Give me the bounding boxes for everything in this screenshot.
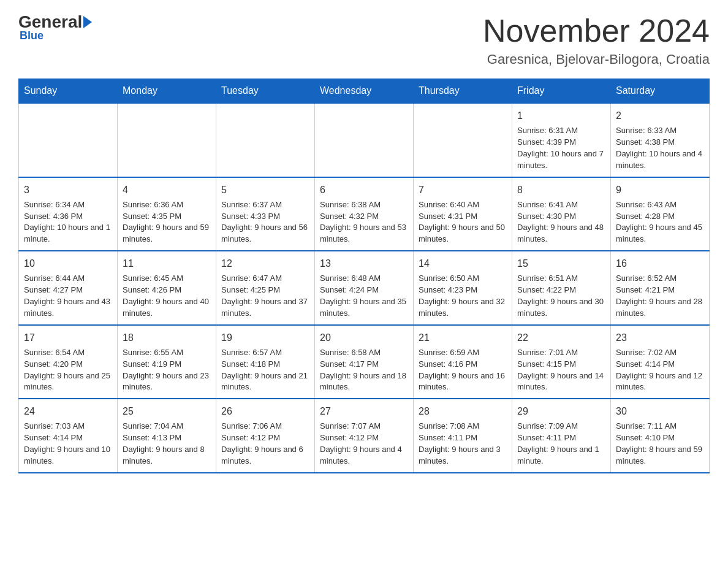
calendar-cell: 28Sunrise: 7:08 AM Sunset: 4:11 PM Dayli… [414, 399, 512, 473]
day-number: 6 [320, 183, 408, 197]
logo-area: General Blue [18, 12, 92, 42]
calendar-cell: 29Sunrise: 7:09 AM Sunset: 4:11 PM Dayli… [512, 399, 611, 473]
day-number: 3 [24, 183, 112, 197]
day-number: 27 [320, 404, 408, 418]
calendar-header-friday: Friday [512, 79, 611, 104]
title-area: November 2024 Garesnica, Bjelovar-Bilogo… [483, 12, 710, 67]
calendar-cell: 19Sunrise: 6:57 AM Sunset: 4:18 PM Dayli… [216, 325, 315, 399]
calendar-cell: 8Sunrise: 6:41 AM Sunset: 4:30 PM Daylig… [512, 177, 611, 251]
day-info: Sunrise: 6:57 AM Sunset: 4:18 PM Dayligh… [221, 347, 309, 393]
day-info: Sunrise: 6:50 AM Sunset: 4:23 PM Dayligh… [419, 273, 507, 319]
calendar-cell: 30Sunrise: 7:11 AM Sunset: 4:10 PM Dayli… [611, 399, 710, 473]
calendar-cell [216, 103, 315, 177]
day-info: Sunrise: 6:51 AM Sunset: 4:22 PM Dayligh… [517, 273, 605, 319]
day-number: 28 [419, 404, 507, 418]
day-number: 12 [221, 256, 309, 270]
day-number: 25 [123, 404, 211, 418]
day-number: 17 [24, 331, 112, 345]
day-number: 16 [616, 256, 704, 270]
calendar-cell: 15Sunrise: 6:51 AM Sunset: 4:22 PM Dayli… [512, 251, 611, 325]
day-number: 4 [123, 183, 211, 197]
calendar-week-row: 1Sunrise: 6:31 AM Sunset: 4:39 PM Daylig… [19, 103, 710, 177]
calendar-cell: 2Sunrise: 6:33 AM Sunset: 4:38 PM Daylig… [611, 103, 710, 177]
calendar-header-wednesday: Wednesday [315, 79, 414, 104]
calendar-header-thursday: Thursday [414, 79, 512, 104]
calendar-cell: 25Sunrise: 7:04 AM Sunset: 4:13 PM Dayli… [118, 399, 216, 473]
day-number: 15 [517, 256, 605, 270]
calendar-week-row: 24Sunrise: 7:03 AM Sunset: 4:14 PM Dayli… [19, 399, 710, 473]
day-info: Sunrise: 6:58 AM Sunset: 4:17 PM Dayligh… [320, 347, 408, 393]
day-info: Sunrise: 7:06 AM Sunset: 4:12 PM Dayligh… [221, 421, 309, 467]
calendar-cell: 14Sunrise: 6:50 AM Sunset: 4:23 PM Dayli… [414, 251, 512, 325]
day-number: 13 [320, 256, 408, 270]
calendar-header-row: SundayMondayTuesdayWednesdayThursdayFrid… [19, 79, 710, 104]
calendar-cell: 18Sunrise: 6:55 AM Sunset: 4:19 PM Dayli… [118, 325, 216, 399]
logo-triangle-icon [83, 16, 92, 28]
calendar-cell [315, 103, 414, 177]
calendar-cell: 26Sunrise: 7:06 AM Sunset: 4:12 PM Dayli… [216, 399, 315, 473]
day-info: Sunrise: 6:48 AM Sunset: 4:24 PM Dayligh… [320, 273, 408, 319]
day-number: 8 [517, 183, 605, 197]
calendar-cell [118, 103, 216, 177]
day-info: Sunrise: 6:31 AM Sunset: 4:39 PM Dayligh… [517, 125, 605, 171]
calendar-cell: 3Sunrise: 6:34 AM Sunset: 4:36 PM Daylig… [19, 177, 118, 251]
day-info: Sunrise: 6:36 AM Sunset: 4:35 PM Dayligh… [123, 199, 211, 245]
day-info: Sunrise: 6:33 AM Sunset: 4:38 PM Dayligh… [616, 125, 704, 171]
day-number: 7 [419, 183, 507, 197]
calendar-cell: 24Sunrise: 7:03 AM Sunset: 4:14 PM Dayli… [19, 399, 118, 473]
day-info: Sunrise: 6:38 AM Sunset: 4:32 PM Dayligh… [320, 199, 408, 245]
calendar-week-row: 17Sunrise: 6:54 AM Sunset: 4:20 PM Dayli… [19, 325, 710, 399]
day-info: Sunrise: 6:45 AM Sunset: 4:26 PM Dayligh… [123, 273, 211, 319]
calendar-cell: 11Sunrise: 6:45 AM Sunset: 4:26 PM Dayli… [118, 251, 216, 325]
day-info: Sunrise: 6:34 AM Sunset: 4:36 PM Dayligh… [24, 199, 112, 245]
month-title: November 2024 [483, 12, 710, 49]
location-title: Garesnica, Bjelovar-Bilogora, Croatia [483, 52, 710, 67]
day-number: 2 [616, 109, 704, 123]
calendar-cell [414, 103, 512, 177]
day-info: Sunrise: 7:03 AM Sunset: 4:14 PM Dayligh… [24, 421, 112, 467]
calendar-cell [19, 103, 118, 177]
calendar-cell: 27Sunrise: 7:07 AM Sunset: 4:12 PM Dayli… [315, 399, 414, 473]
calendar-table: SundayMondayTuesdayWednesdayThursdayFrid… [18, 79, 710, 473]
calendar-header-monday: Monday [118, 79, 216, 104]
day-info: Sunrise: 6:47 AM Sunset: 4:25 PM Dayligh… [221, 273, 309, 319]
calendar-cell: 22Sunrise: 7:01 AM Sunset: 4:15 PM Dayli… [512, 325, 611, 399]
day-info: Sunrise: 6:52 AM Sunset: 4:21 PM Dayligh… [616, 273, 704, 319]
day-number: 26 [221, 404, 309, 418]
day-info: Sunrise: 6:44 AM Sunset: 4:27 PM Dayligh… [24, 273, 112, 319]
page-header: General Blue November 2024 Garesnica, Bj… [18, 12, 710, 67]
calendar-cell: 20Sunrise: 6:58 AM Sunset: 4:17 PM Dayli… [315, 325, 414, 399]
day-info: Sunrise: 7:11 AM Sunset: 4:10 PM Dayligh… [616, 421, 704, 467]
day-info: Sunrise: 6:55 AM Sunset: 4:19 PM Dayligh… [123, 347, 211, 393]
day-number: 9 [616, 183, 704, 197]
day-info: Sunrise: 7:09 AM Sunset: 4:11 PM Dayligh… [517, 421, 605, 467]
calendar-cell: 7Sunrise: 6:40 AM Sunset: 4:31 PM Daylig… [414, 177, 512, 251]
day-number: 1 [517, 109, 605, 123]
calendar-cell: 1Sunrise: 6:31 AM Sunset: 4:39 PM Daylig… [512, 103, 611, 177]
day-info: Sunrise: 6:59 AM Sunset: 4:16 PM Dayligh… [419, 347, 507, 393]
calendar-cell: 10Sunrise: 6:44 AM Sunset: 4:27 PM Dayli… [19, 251, 118, 325]
calendar-cell: 13Sunrise: 6:48 AM Sunset: 4:24 PM Dayli… [315, 251, 414, 325]
calendar-cell: 16Sunrise: 6:52 AM Sunset: 4:21 PM Dayli… [611, 251, 710, 325]
day-number: 22 [517, 331, 605, 345]
day-number: 11 [123, 256, 211, 270]
day-info: Sunrise: 6:54 AM Sunset: 4:20 PM Dayligh… [24, 347, 112, 393]
day-info: Sunrise: 7:08 AM Sunset: 4:11 PM Dayligh… [419, 421, 507, 467]
calendar-week-row: 10Sunrise: 6:44 AM Sunset: 4:27 PM Dayli… [19, 251, 710, 325]
calendar-header-sunday: Sunday [19, 79, 118, 104]
day-number: 18 [123, 331, 211, 345]
calendar-cell: 9Sunrise: 6:43 AM Sunset: 4:28 PM Daylig… [611, 177, 710, 251]
calendar-week-row: 3Sunrise: 6:34 AM Sunset: 4:36 PM Daylig… [19, 177, 710, 251]
logo-blue: Blue [20, 29, 44, 42]
day-info: Sunrise: 6:37 AM Sunset: 4:33 PM Dayligh… [221, 199, 309, 245]
day-number: 14 [419, 256, 507, 270]
day-number: 5 [221, 183, 309, 197]
day-info: Sunrise: 7:07 AM Sunset: 4:12 PM Dayligh… [320, 421, 408, 467]
day-number: 24 [24, 404, 112, 418]
calendar-cell: 4Sunrise: 6:36 AM Sunset: 4:35 PM Daylig… [118, 177, 216, 251]
day-info: Sunrise: 7:01 AM Sunset: 4:15 PM Dayligh… [517, 347, 605, 393]
day-number: 30 [616, 404, 704, 418]
day-info: Sunrise: 7:04 AM Sunset: 4:13 PM Dayligh… [123, 421, 211, 467]
calendar-cell: 23Sunrise: 7:02 AM Sunset: 4:14 PM Dayli… [611, 325, 710, 399]
day-number: 29 [517, 404, 605, 418]
